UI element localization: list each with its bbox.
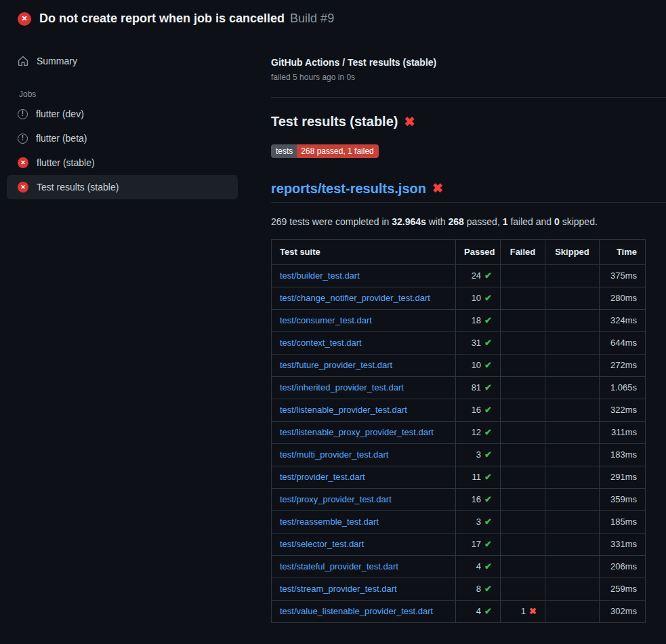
pass-count-cell: 3✔ [456, 511, 501, 534]
test-suite-link[interactable]: test/context_test.dart [280, 338, 362, 348]
neutral-status-icon: ! [18, 109, 28, 119]
check-icon: ✔ [484, 382, 492, 393]
test-suite-link[interactable]: test/multi_provider_test.dart [280, 449, 388, 460]
column-header-skipped: Skipped [545, 240, 600, 265]
pass-count-cell: 10✔ [456, 355, 501, 377]
fail-count-cell: 1✖ [501, 601, 545, 623]
pass-count-cell: 4✔ [456, 556, 501, 578]
test-suite-link[interactable]: test/inherited_provider_test.dart [280, 382, 404, 393]
pass-count-cell: 8✔ [456, 578, 501, 601]
pass-count-cell: 31✔ [456, 332, 501, 355]
pass-count-cell: 81✔ [456, 377, 501, 399]
sidebar-job-flutter-dev[interactable]: !flutter (dev) [7, 102, 238, 126]
skip-count-cell [545, 556, 600, 578]
test-suite-link[interactable]: test/stateful_provider_test.dart [280, 561, 398, 571]
summary-text-part: passed, [464, 216, 503, 227]
skip-count-cell [545, 444, 600, 466]
test-suite-link[interactable]: test/stream_provider_test.dart [280, 584, 397, 594]
report-file-link[interactable]: reports/test-results.json [271, 181, 426, 196]
skip-count-cell [545, 578, 600, 601]
check-icon: ✔ [484, 360, 492, 370]
suite-cell: test/builder_test.dart [272, 265, 456, 287]
fail-count-cell [501, 422, 545, 444]
suite-cell: test/selector_test.dart [272, 534, 456, 556]
test-suite-link[interactable]: test/selector_test.dart [280, 539, 364, 549]
time-cell: 291ms [600, 466, 646, 489]
suite-cell: test/reassemble_test.dart [272, 511, 456, 534]
time-cell: 311ms [600, 422, 646, 444]
time-cell: 644ms [600, 332, 646, 355]
pass-count: 16 [472, 494, 481, 504]
suite-cell: test/stateful_provider_test.dart [272, 556, 456, 578]
job-label: flutter (beta) [36, 133, 87, 144]
skip-count-cell [545, 422, 600, 444]
test-suite-row: test/change_notifier_provider_test.dart1… [272, 287, 646, 310]
time-cell: 272ms [600, 355, 646, 377]
failed-x-icon: ✖ [432, 181, 443, 196]
pass-count: 81 [472, 382, 481, 393]
suite-cell: test/proxy_provider_test.dart [272, 489, 456, 511]
time-cell: 331ms [600, 534, 646, 556]
test-suite-link[interactable]: test/value_listenable_provider_test.dart [280, 606, 433, 616]
check-icon: ✔ [484, 494, 492, 504]
check-icon: ✔ [484, 338, 492, 348]
column-header-time: Time [600, 240, 646, 265]
check-icon: ✔ [484, 427, 492, 437]
pass-count: 10 [472, 293, 481, 303]
test-suite-link[interactable]: test/provider_test.dart [280, 472, 365, 482]
pass-count: 16 [472, 405, 481, 415]
time-cell: 324ms [600, 310, 646, 332]
skip-count-cell [545, 287, 600, 310]
skip-count-cell [545, 377, 600, 399]
suite-cell: test/change_notifier_provider_test.dart [272, 287, 456, 310]
page-layout: Summary Jobs !flutter (dev)!flutter (bet… [0, 33, 666, 623]
pass-count-cell: 10✔ [456, 287, 501, 310]
test-suite-link[interactable]: test/builder_test.dart [280, 270, 360, 281]
test-suite-link[interactable]: test/reassemble_test.dart [280, 517, 379, 527]
skip-count-cell [545, 265, 600, 287]
test-suite-row: test/context_test.dart31✔644ms [272, 332, 646, 355]
test-suite-row: test/listenable_provider_test.dart16✔322… [272, 399, 646, 422]
pass-count-cell: 12✔ [456, 422, 501, 444]
test-suite-link[interactable]: test/proxy_provider_test.dart [280, 494, 392, 504]
sidebar-job-test-results-stable[interactable]: ✕Test results (stable) [7, 175, 238, 199]
failed-status-icon: ✕ [18, 157, 28, 168]
fail-count-cell [501, 399, 545, 422]
test-suite-link[interactable]: test/consumer_test.dart [280, 315, 372, 325]
suite-cell: test/provider_test.dart [272, 466, 456, 489]
skip-count-cell [545, 332, 600, 355]
suite-cell: test/listenable_proxy_provider_test.dart [272, 422, 456, 444]
suite-cell: test/stream_provider_test.dart [272, 578, 456, 601]
suite-cell: test/multi_provider_test.dart [272, 444, 456, 466]
sidebar-item-summary[interactable]: Summary [7, 49, 238, 73]
time-cell: 185ms [600, 511, 646, 534]
time-cell: 359ms [600, 489, 646, 511]
build-header: ✕ Do not create report when job is cance… [0, 0, 666, 33]
badge-label: tests [271, 144, 297, 158]
time-cell: 375ms [600, 265, 646, 287]
column-header-failed: Failed [501, 240, 545, 265]
test-suite-link[interactable]: test/listenable_provider_test.dart [280, 405, 407, 415]
home-icon [18, 56, 28, 66]
pass-count: 10 [472, 360, 481, 370]
test-suite-row: test/value_listenable_provider_test.dart… [272, 601, 646, 623]
test-suite-row: test/multi_provider_test.dart3✔183ms [272, 444, 646, 466]
fail-count: 1 [521, 606, 526, 616]
skip-count-cell [545, 511, 600, 534]
report-title: reports/test-results.json ✖ [271, 181, 666, 203]
sidebar-job-flutter-beta[interactable]: !flutter (beta) [7, 126, 238, 150]
fail-count-cell [501, 332, 545, 355]
suite-cell: test/inherited_provider_test.dart [272, 377, 456, 399]
failed-status-icon: ✕ [18, 182, 28, 193]
test-suite-row: test/stream_provider_test.dart8✔259ms [272, 578, 646, 601]
test-suite-row: test/listenable_proxy_provider_test.dart… [272, 422, 646, 444]
sidebar-job-flutter-stable[interactable]: ✕flutter (stable) [7, 150, 238, 175]
run-status-text: failed 5 hours ago in 0s [271, 73, 666, 82]
test-suite-link[interactable]: test/future_provider_test.dart [280, 360, 392, 370]
summary-text-part: 32.964s [392, 216, 426, 227]
fail-count-cell [501, 466, 545, 489]
time-cell: 322ms [600, 399, 646, 422]
job-label: flutter (dev) [36, 108, 84, 119]
test-suite-link[interactable]: test/change_notifier_provider_test.dart [280, 293, 430, 303]
test-suite-link[interactable]: test/listenable_proxy_provider_test.dart [280, 427, 434, 437]
